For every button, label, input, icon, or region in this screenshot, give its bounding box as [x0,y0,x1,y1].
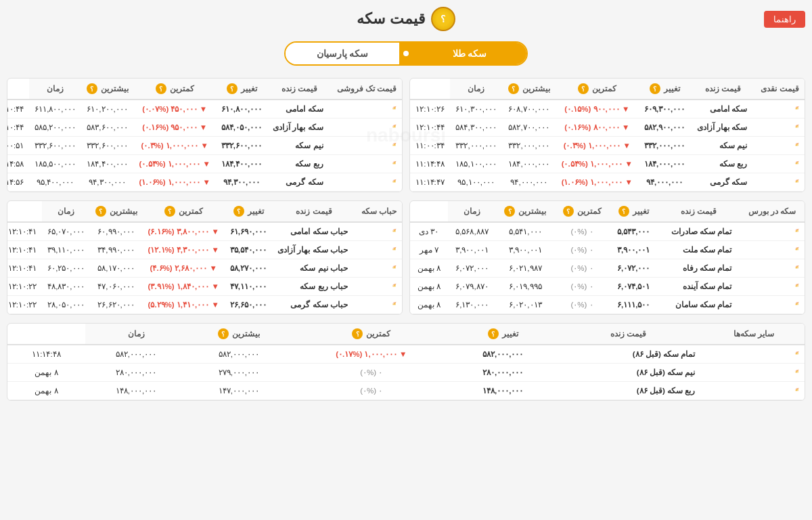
chart-icon-cell[interactable] [790,296,805,311]
chart-icon-cell[interactable] [790,241,805,256]
th-hobab-min: کمترین؟ [148,206,219,217]
cell-live-price: ۵۸,۲۷۰,۰۰۰ [225,259,272,278]
chart-icon-cell[interactable] [790,118,805,133]
svg-rect-7 [796,144,797,146]
table-row: ربع سکه ۱۸۴,۴۰۰,۰۰۰ ▼ ۱,۰۰۰,۰۰۰ (۰.۵۴%) … [7,155,402,173]
cell-time: ۸ بهمن [7,364,85,382]
tab-seke-tala[interactable]: سکه طلا [413,43,526,64]
chart-icon-cell[interactable] [790,364,805,378]
rahnama-button[interactable]: راهنما [764,11,805,28]
cell-time: ۸ بهمن [410,278,448,296]
cell-min: ۲۷۹,۰۰۰,۰۰۰ [187,364,290,382]
cell-max: ۱۸۵,۱۰۰,۰۰۰ [450,155,502,173]
cell-time: ۱۲:۱۰:۴۱ [7,241,42,259]
cell-time: ۸ بهمن [410,296,448,314]
cell-min: ۳۴,۹۹۰,۰۰۰ [90,241,143,259]
cell-max: ۵۸۲,۰۰۰,۰۰۰ [85,345,187,364]
help-icon-hobab-max[interactable]: ؟ [95,206,106,217]
svg-rect-13 [796,180,797,182]
cell-max: ۳۹,۱۱۰,۰۰۰ [42,241,89,259]
svg-rect-0 [796,108,796,110]
svg-rect-18 [393,127,394,128]
cell-change: ▼ ۸۰۰,۰۰۰ (۰.۱۶%) [556,118,639,137]
chart-icon-cell[interactable] [790,100,805,115]
svg-rect-10 [796,162,797,164]
help-icon-hobab-change[interactable]: ؟ [233,206,244,217]
chart-icon-cell[interactable] [387,241,402,256]
help-icon-sayer-change[interactable]: ؟ [488,328,499,339]
cell-min: ۶,۰۲۰,۰۱۳ [496,296,554,314]
th-sayer-name: سایر سکه‌ها [708,329,799,339]
help-icon-sayer-min[interactable]: ؟ [352,328,363,339]
cell-live-price: ۵۸۴,۰۵۰,۰۰۰ [216,118,267,137]
cell-live-price: ۱۸۴,۰۰۰,۰۰۰ [639,155,691,173]
th-hobab-name: حباب سکه [361,207,397,216]
th-bourse-time: زمان [453,207,491,216]
cell-max: ۴۸,۸۳۰,۰۰۰ [42,278,89,296]
cell-min: ۶۱۰,۲۰۰,۰۰۰ [81,100,134,118]
help-icon-bourse-max[interactable]: ؟ [504,206,515,217]
chart-icon-cell[interactable] [387,118,402,133]
cell-live-price: ۶,۰۷۴,۵۰۱ [610,278,658,296]
chart-icon-cell[interactable] [790,223,805,238]
table-row: حباب سکه گرمی ۲۶,۶۵۰,۰۰۰ ▼ ۱,۴۱۰,۰۰۰ (۵.… [7,296,402,314]
svg-rect-15 [393,108,394,110]
chart-icon-cell[interactable] [387,155,402,170]
th-hobab-time: زمان [47,207,84,216]
chart-icon-cell[interactable] [790,173,805,188]
cell-time: ۱۱:۱۴:۵۸ [7,155,29,173]
help-icon-sayer-max[interactable]: ؟ [218,328,229,339]
cell-name: تمام سکه رفاه [658,259,740,278]
table-row: تمام سکه صادرات ۵,۵۴۳,۰۰۰ ۰ (۰%) ۵,۵۴۱,۰… [410,222,805,241]
svg-rect-58 [394,303,394,305]
cell-change: ▼ ۴,۳۰۰,۰۰۰ (۱۲.۱%) [143,241,225,259]
svg-rect-39 [796,286,796,287]
th-bourse-live: قیمت زنده [663,207,734,216]
table-row: حباب نیم سکه ۵۸,۲۷۰,۰۰۰ ▼ ۲,۶۸۰,۰۰۰ (۴.۶… [7,259,402,278]
chart-icon-cell[interactable] [387,278,402,292]
cell-name: حباب سکه گرمی [272,296,356,314]
chart-icon-cell[interactable] [790,137,805,152]
svg-rect-31 [796,230,797,232]
help-icon-bourse-change[interactable]: ؟ [618,206,629,217]
cell-min: ۶,۰۲۱,۹۸۷ [496,259,554,278]
chart-icon-cell[interactable] [387,173,402,188]
chart-icon-cell[interactable] [790,259,805,274]
chart-icon-cell[interactable] [790,278,805,292]
chart-icon-cell[interactable] [387,100,402,115]
table-row: حباب ربع سکه ۴۷,۱۱۰,۰۰۰ ▼ ۱,۸۴۰,۰۰۰ (۳.۹… [7,278,402,296]
tab-seke-parsian[interactable]: سکه پارسیان [286,43,399,64]
th-naghdi-max: بیشترین؟ [508,83,550,94]
cell-min: ۶۰,۹۹۰,۰۰۰ [90,222,143,241]
cell-time: ۸ بهمن [7,382,85,400]
cell-name: تمام سکه آینده [658,278,740,296]
help-icon-hobab-min[interactable]: ؟ [164,206,175,217]
chart-icon-cell[interactable] [790,345,805,360]
chart-icon-cell[interactable] [790,382,805,397]
svg-rect-57 [393,304,394,305]
cell-name: حباب سکه امامی [272,222,356,241]
cell-change: ▼ ۳,۸۰۰,۰۰۰ (۶.۱۶%) [143,222,225,241]
cell-live-price: ۹۴,۳۰۰,۰۰۰ [216,173,267,192]
chart-icon-cell[interactable] [387,259,402,274]
help-icon-change[interactable]: ؟ [650,83,660,94]
section-bourse: سکه در بورس قیمت زنده تغییر؟ کمترین؟ بیش… [409,200,805,315]
chart-icon-cell[interactable] [387,137,402,152]
svg-rect-49 [394,248,394,250]
help-icon-min[interactable]: ؟ [578,83,589,94]
cell-live-price: ۳۳۲,۰۰۰,۰۰۰ [639,137,691,155]
help-icon-max[interactable]: ؟ [508,83,519,94]
svg-rect-37 [796,266,797,268]
chart-icon-cell[interactable] [387,223,402,238]
help-icon-tak-change[interactable]: ؟ [227,83,238,94]
chart-icon-cell[interactable] [790,155,805,170]
cell-change: ▼ ۱,۰۰۰,۰۰۰ (۱.۰۶%) [556,173,639,192]
cell-live-price: ۳۳۲,۶۰۰,۰۰۰ [216,137,267,155]
help-icon-bourse-min[interactable]: ؟ [563,206,574,217]
help-icon-tak-min[interactable]: ؟ [156,83,166,94]
cell-max: ۱۴۸,۰۰۰,۰۰۰ [85,382,187,400]
cell-time: ۱۱:۱۴:۴۸ [410,155,450,173]
svg-rect-33 [796,249,796,251]
help-icon-tak-max[interactable]: ؟ [87,83,97,94]
chart-icon-cell[interactable] [387,296,402,311]
